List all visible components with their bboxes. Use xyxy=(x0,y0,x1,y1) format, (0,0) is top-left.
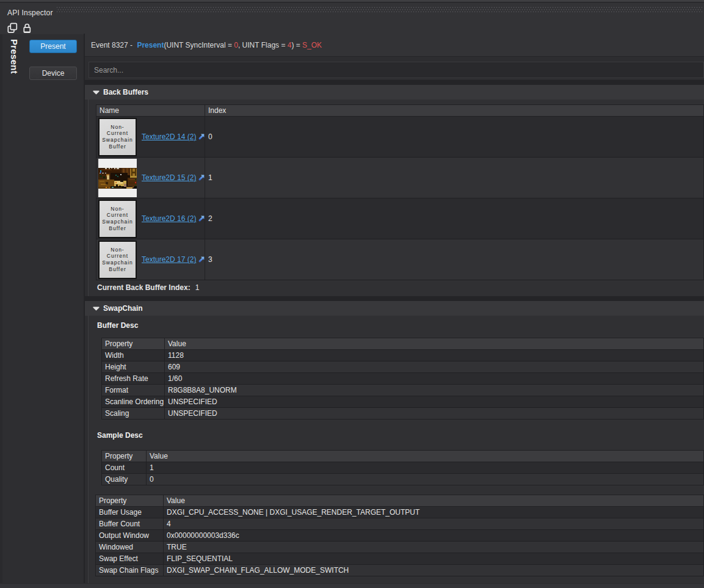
present-tab-button[interactable]: Present xyxy=(29,40,77,53)
column-header[interactable]: Property xyxy=(102,451,147,462)
thumbnail-caption-line: Non- xyxy=(111,206,124,212)
window-top-strip xyxy=(0,0,704,2)
titlebar-drag-texture[interactable] xyxy=(56,6,703,13)
property-value: TRUE xyxy=(164,542,704,553)
property-value: R8G8B8A8_UNORM xyxy=(165,385,704,396)
back-buffers-table: Name Index Non-CurrentSwapchainBufferTex… xyxy=(96,104,704,280)
back-buffer-row: Non-CurrentSwapchainBufferTexture2D 14 (… xyxy=(96,117,704,158)
property-value: 609 xyxy=(165,361,704,373)
back-buffer-row: Non-CurrentSwapchainBufferTexture2D 16 (… xyxy=(96,198,704,239)
sidebar: Present Present Device xyxy=(0,34,84,588)
event-args-mid: , UINT Flags = xyxy=(238,41,288,49)
duplicate-icon[interactable] xyxy=(7,23,18,34)
property-value: FLIP_SEQUENTIAL xyxy=(164,553,704,565)
event-sync-interval-value: 0 xyxy=(234,41,238,49)
swapchain-section-body: Buffer Desc PropertyValueWidth1128Height… xyxy=(88,316,704,583)
back-buffers-section-title: Back Buffers xyxy=(103,88,148,96)
texture-link[interactable]: Texture2D 17 (2) xyxy=(142,255,196,264)
property-name: Windowed xyxy=(96,542,164,553)
thumbnail-caption-line: Buffer xyxy=(109,143,126,150)
collapse-triangle-icon xyxy=(93,307,100,311)
table-header-row: PropertyValue xyxy=(96,495,704,507)
event-signature: Event 8327 - Present(UINT SyncInterval =… xyxy=(91,41,322,49)
column-header-index[interactable]: Index xyxy=(205,105,704,117)
column-header[interactable]: Property xyxy=(102,338,165,350)
thumbnail-caption-line: Swapchain xyxy=(102,137,133,143)
current-back-buffer-index: Current Back Buffer Index:1 xyxy=(97,283,199,292)
property-name: Swap Effect xyxy=(96,553,164,565)
back-buffer-name-cell: Non-CurrentSwapchainBufferTexture2D 14 (… xyxy=(96,117,205,158)
property-name: Buffer Usage xyxy=(96,507,164,518)
property-row: Height609 xyxy=(102,361,704,373)
swapchain-image-thumbnail xyxy=(98,159,137,197)
back-buffer-index-cell: 3 xyxy=(205,239,704,280)
sidebar-vertical-label: Present xyxy=(9,39,20,74)
back-buffer-name-cell: Non-CurrentSwapchainBufferTexture2D 17 (… xyxy=(96,239,205,280)
external-link-icon xyxy=(198,256,205,263)
search-placeholder: Search... xyxy=(94,66,123,74)
back-buffers-section-header[interactable]: Back Buffers xyxy=(85,85,704,100)
lock-icon[interactable] xyxy=(22,23,32,34)
texture-link[interactable]: Texture2D 14 (2) xyxy=(142,132,196,141)
property-row: ScalingUNSPECIFIED xyxy=(102,408,704,419)
property-value: UNSPECIFIED xyxy=(165,408,704,419)
texture-link[interactable]: Texture2D 16 (2) xyxy=(142,214,196,223)
dot-pattern xyxy=(56,6,703,13)
property-value: 0 xyxy=(147,474,704,485)
back-buffers-section-body: Name Index Non-CurrentSwapchainBufferTex… xyxy=(88,100,704,296)
property-name: Refresh Rate xyxy=(102,373,165,385)
property-row: Output Window0x00000000003d336c xyxy=(96,530,704,542)
device-tab-button[interactable]: Device xyxy=(29,67,77,80)
event-result: S_OK xyxy=(302,41,322,49)
property-row: Refresh Rate1/60 xyxy=(102,373,704,385)
property-name: Count xyxy=(102,462,147,474)
property-value: 1 xyxy=(147,462,704,474)
thumbnail-caption-line: Non- xyxy=(111,247,124,253)
back-buffer-row: Non-CurrentSwapchainBufferTexture2D 17 (… xyxy=(96,239,704,280)
section-groove xyxy=(85,296,704,301)
texture-link[interactable]: Texture2D 15 (2) xyxy=(142,173,196,182)
property-row: Scanline OrderingUNSPECIFIED xyxy=(102,396,704,408)
swapchain-section-header[interactable]: SwapChain xyxy=(85,301,704,316)
property-row: WindowedTRUE xyxy=(96,542,704,553)
non-current-swapchain-buffer-thumbnail: Non-CurrentSwapchainBuffer xyxy=(98,200,137,238)
thumbnail-caption-line: Buffer xyxy=(109,225,126,232)
section-groove xyxy=(85,80,704,85)
property-value: UNSPECIFIED xyxy=(165,396,704,408)
column-header[interactable]: Value xyxy=(147,451,704,462)
property-name: Format xyxy=(102,385,165,396)
property-name: Width xyxy=(102,350,165,361)
column-header[interactable]: Value xyxy=(165,338,704,350)
property-row: Swap EffectFLIP_SEQUENTIAL xyxy=(96,553,704,565)
non-current-swapchain-buffer-thumbnail: Non-CurrentSwapchainBuffer xyxy=(98,118,137,156)
search-input[interactable]: Search... xyxy=(89,62,704,78)
property-row: Quality0 xyxy=(102,474,704,485)
property-name: Height xyxy=(102,361,165,373)
thumbnail-caption-line: Swapchain xyxy=(102,219,133,225)
buffer-desc-table: PropertyValueWidth1128Height609Refresh R… xyxy=(101,338,704,419)
property-row: Swap Chain FlagsDXGI_SWAP_CHAIN_FLAG_ALL… xyxy=(96,565,704,576)
back-buffer-name-cell: Texture2D 15 (2) xyxy=(96,158,205,198)
back-buffer-index-cell: 1 xyxy=(205,158,704,198)
property-value: 1128 xyxy=(165,350,704,361)
property-row: FormatR8G8B8A8_UNORM xyxy=(102,385,704,396)
column-header[interactable]: Value xyxy=(164,495,704,507)
property-row: Buffer Count4 xyxy=(96,518,704,530)
non-current-swapchain-buffer-thumbnail: Non-CurrentSwapchainBuffer xyxy=(98,241,137,279)
thumbnail-caption-line: Non- xyxy=(111,124,124,131)
panel-bottom-strip xyxy=(0,583,704,588)
sample-desc-label: Sample Desc xyxy=(97,431,143,440)
thumbnail-caption-line: Current xyxy=(107,130,128,137)
buffer-desc-label: Buffer Desc xyxy=(97,321,138,330)
property-name: Scaling xyxy=(102,408,165,419)
property-name: Buffer Count xyxy=(96,518,164,530)
back-buffer-index-cell: 2 xyxy=(205,198,704,239)
back-buffer-row: Texture2D 15 (2) 1 xyxy=(96,158,704,198)
property-row: Count1 xyxy=(102,462,704,474)
property-name: Output Window xyxy=(96,530,164,542)
back-buffers-header-row: Name Index xyxy=(96,105,704,117)
panel-title: API Inspector xyxy=(7,9,53,17)
column-header[interactable]: Property xyxy=(96,495,164,507)
column-header-name[interactable]: Name xyxy=(96,105,205,117)
back-buffer-index-cell: 0 xyxy=(205,117,704,158)
